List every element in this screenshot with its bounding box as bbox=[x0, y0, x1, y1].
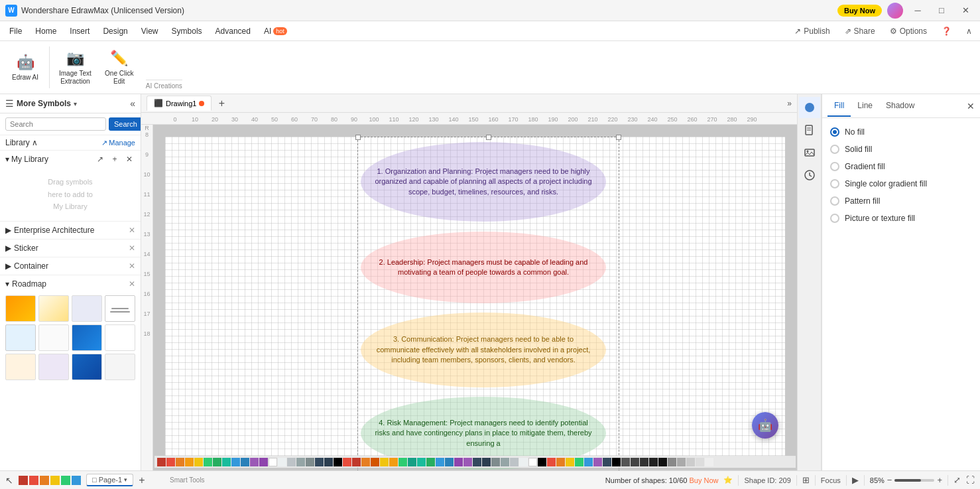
color-swatch-32[interactable] bbox=[621, 458, 630, 466]
shape-bubble-3[interactable]: 3. Communication: Project managers need … bbox=[361, 313, 606, 387]
color-swatch-33[interactable] bbox=[631, 458, 639, 466]
close-button[interactable]: ✕ bbox=[956, 4, 975, 17]
color-swatch-11[interactable] bbox=[426, 458, 435, 466]
bottom-swatch-3[interactable] bbox=[40, 476, 49, 485]
document-nav-icon[interactable] bbox=[799, 119, 820, 141]
focus-button[interactable]: Focus bbox=[821, 476, 841, 484]
right-panel-close-button[interactable]: ✕ bbox=[967, 101, 975, 111]
color-swatch-white[interactable] bbox=[269, 458, 277, 466]
minimize-button[interactable]: ─ bbox=[908, 4, 927, 17]
bottom-swatch-6[interactable] bbox=[72, 476, 81, 485]
color-swatch-purple[interactable] bbox=[250, 458, 259, 466]
color-swatch-13[interactable] bbox=[445, 458, 454, 466]
collapse-ribbon-button[interactable]: ∧ bbox=[961, 24, 977, 38]
sticker-close-icon[interactable]: ✕ bbox=[129, 244, 135, 253]
container-row[interactable]: ▶ Container ✕ bbox=[0, 257, 141, 275]
color-swatch-6[interactable] bbox=[380, 458, 389, 466]
close-library-icon[interactable]: ✕ bbox=[123, 153, 135, 165]
sticker-row[interactable]: ▶ Sticker ✕ bbox=[0, 240, 141, 257]
roadmap-thumb-1[interactable] bbox=[5, 295, 36, 322]
gradient-fill-radio[interactable] bbox=[830, 162, 839, 171]
color-swatch-silver[interactable] bbox=[287, 458, 296, 466]
library-label[interactable]: Library ∧ bbox=[5, 138, 38, 147]
color-swatch-darkpurple[interactable] bbox=[259, 458, 268, 466]
fill-tab[interactable]: Fill bbox=[827, 96, 851, 117]
shape-bubble-1[interactable]: 1. Organization and Planning: Project ma… bbox=[361, 142, 606, 222]
bottom-swatch-4[interactable] bbox=[50, 476, 60, 485]
menu-view[interactable]: View bbox=[135, 24, 165, 38]
section-close-icon[interactable]: ✕ bbox=[129, 226, 135, 235]
color-swatch-30[interactable] bbox=[603, 458, 611, 466]
color-swatch-green[interactable] bbox=[204, 458, 212, 466]
color-swatch-41[interactable] bbox=[705, 458, 713, 466]
ribbon-edraw-ai[interactable]: 🤖 Edraw AI bbox=[5, 44, 45, 91]
roadmap-thumb-9[interactable] bbox=[5, 354, 36, 380]
zoom-increase-button[interactable]: + bbox=[937, 475, 942, 485]
fill-option-picture-texture[interactable]: Picture or texture fill bbox=[827, 210, 975, 227]
container-close-icon[interactable]: ✕ bbox=[129, 261, 135, 271]
color-swatch-24[interactable] bbox=[547, 458, 556, 466]
color-swatch-darknavy[interactable] bbox=[324, 458, 333, 466]
color-swatch-2[interactable] bbox=[343, 458, 351, 466]
color-swatch-darkblue[interactable] bbox=[241, 458, 249, 466]
roadmap-thumb-6[interactable] bbox=[38, 324, 69, 351]
bottom-swatch-2[interactable] bbox=[29, 476, 38, 485]
fill-option-single-color-gradient[interactable]: Single color gradient fill bbox=[827, 175, 975, 192]
roadmap-thumb-7[interactable] bbox=[72, 324, 102, 351]
add-page-button[interactable]: + bbox=[139, 474, 145, 486]
color-swatch-amber[interactable] bbox=[185, 458, 194, 466]
color-swatch-26[interactable] bbox=[566, 458, 574, 466]
zoom-slider[interactable] bbox=[894, 479, 934, 482]
publish-button[interactable]: ↗ Publish bbox=[789, 24, 835, 38]
fill-option-pattern[interactable]: Pattern fill bbox=[827, 192, 975, 210]
search-input[interactable] bbox=[5, 117, 106, 131]
share-button[interactable]: ⇗ Share bbox=[839, 24, 881, 38]
menu-file[interactable]: File bbox=[3, 24, 29, 38]
tab-expand-button[interactable]: » bbox=[787, 99, 792, 108]
menu-advanced[interactable]: Advanced bbox=[209, 24, 257, 38]
color-swatch-teal[interactable] bbox=[222, 458, 231, 466]
user-avatar[interactable] bbox=[887, 3, 903, 19]
color-swatch-5[interactable] bbox=[371, 458, 379, 466]
canvas[interactable]: 1. Organization and Planning: Project ma… bbox=[153, 125, 797, 470]
color-swatch-23[interactable] bbox=[538, 458, 546, 466]
options-button[interactable]: ⚙ Options bbox=[885, 24, 932, 38]
color-swatch-35[interactable] bbox=[649, 458, 658, 466]
buy-now-button[interactable]: Buy Now bbox=[837, 5, 882, 17]
fill-option-no-fill[interactable]: No fill bbox=[827, 123, 975, 141]
color-swatch-orange[interactable] bbox=[176, 458, 184, 466]
color-swatch-19[interactable] bbox=[501, 458, 509, 466]
menu-ai[interactable]: AI hot bbox=[257, 24, 294, 38]
color-swatch-12[interactable] bbox=[436, 458, 444, 466]
enterprise-architecture-row[interactable]: ▶ Enterprise Architecture ✕ bbox=[0, 222, 141, 239]
solid-fill-radio[interactable] bbox=[830, 145, 839, 154]
roadmap-thumb-8[interactable] bbox=[105, 324, 135, 351]
color-swatch-28[interactable] bbox=[584, 458, 593, 466]
bottom-swatch-1[interactable] bbox=[19, 476, 28, 485]
fill-option-gradient[interactable]: Gradient fill bbox=[827, 158, 975, 175]
color-swatch-40[interactable] bbox=[696, 458, 704, 466]
picture-texture-radio[interactable] bbox=[830, 214, 839, 223]
line-tab[interactable]: Line bbox=[851, 96, 879, 117]
color-swatch-17[interactable] bbox=[482, 458, 491, 466]
no-fill-radio[interactable] bbox=[830, 127, 839, 137]
color-swatch-22[interactable] bbox=[528, 458, 537, 466]
single-color-gradient-radio[interactable] bbox=[830, 179, 839, 188]
color-swatch-darkgreen[interactable] bbox=[213, 458, 221, 466]
menu-insert[interactable]: Insert bbox=[63, 24, 96, 38]
color-swatch-blue[interactable] bbox=[231, 458, 240, 466]
pattern-fill-radio[interactable] bbox=[830, 196, 839, 206]
roadmap-thumb-3[interactable] bbox=[72, 295, 102, 322]
roadmap-thumb-11[interactable] bbox=[72, 354, 102, 380]
maximize-button[interactable]: □ bbox=[932, 4, 951, 17]
shadow-tab[interactable]: Shadow bbox=[879, 96, 921, 117]
color-swatch-20[interactable] bbox=[510, 458, 519, 466]
roadmap-close-icon[interactable]: ✕ bbox=[129, 279, 135, 289]
manage-button[interactable]: ↗ Manage bbox=[101, 139, 135, 147]
search-button[interactable]: Search bbox=[109, 117, 141, 131]
color-swatch-gray[interactable] bbox=[296, 458, 305, 466]
menu-design[interactable]: Design bbox=[96, 24, 134, 38]
menu-symbols[interactable]: Symbols bbox=[165, 24, 209, 38]
color-swatch-16[interactable] bbox=[473, 458, 481, 466]
zoom-decrease-button[interactable]: − bbox=[887, 475, 892, 485]
